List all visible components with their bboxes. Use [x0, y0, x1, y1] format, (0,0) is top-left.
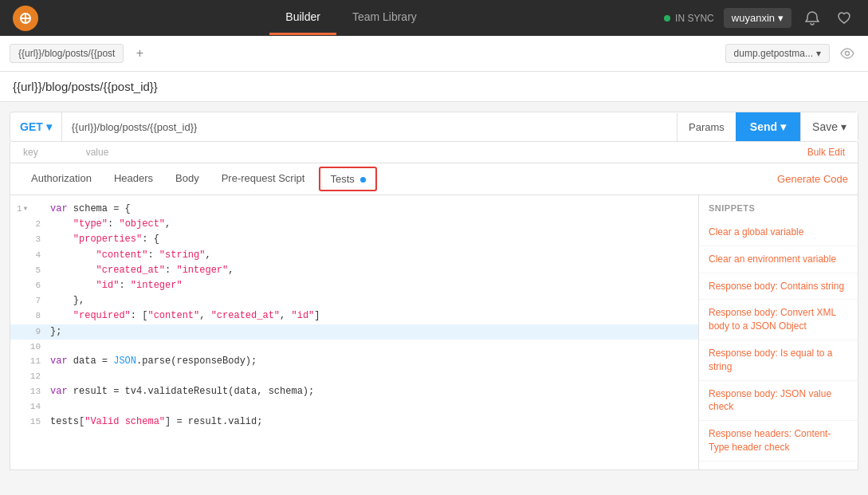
code-line: 7 },: [10, 293, 698, 308]
code-line: 12: [10, 369, 698, 384]
code-line: 2 "type": "object",: [10, 217, 698, 232]
chevron-down-icon: ▾: [778, 12, 784, 24]
env-label: dump.getpostma...: [734, 48, 813, 59]
line-number: 5: [17, 263, 41, 278]
send-chevron-icon: ▾: [780, 120, 786, 133]
top-nav: Builder Team Library IN SYNC wuyanxin ▾: [0, 0, 868, 36]
code-line: 5 "created_at": "integer",: [10, 263, 698, 278]
line-content: "content": "string",: [50, 248, 692, 263]
request-bar: GET ▾ Params Send ▾ Save ▾: [10, 112, 858, 142]
code-line: 8 "required": ["content", "created_at", …: [10, 308, 698, 324]
sync-status: IN SYNC: [675, 13, 714, 24]
request-name: {{url}}/blog/posts/{{post_id}}: [13, 80, 855, 93]
line-number: 9: [17, 324, 41, 340]
main-content: GET ▾ Params Send ▾ Save ▾ key value Bul…: [0, 102, 868, 480]
app-icon-button[interactable]: [13, 6, 38, 31]
right-url-controls: dump.getpostma... ▾: [725, 42, 858, 65]
tab-team-library[interactable]: Team Library: [336, 1, 433, 35]
tab-body[interactable]: Body: [164, 164, 210, 194]
params-button[interactable]: Params: [677, 113, 736, 141]
snippets-title: SNIPPETS: [699, 203, 858, 219]
tab-tests-label: Tests: [330, 173, 354, 185]
chevron-down-icon: ▾: [816, 48, 821, 59]
bell-icon-button[interactable]: [801, 7, 823, 29]
code-line: 9 };: [10, 324, 698, 340]
code-line: 11 var data = JSON.parse(responseBody);: [10, 354, 698, 369]
tab-authorization-label: Authorization: [31, 172, 92, 184]
line-content: tests["Valid schema"] = result.valid;: [50, 414, 692, 430]
tab-body-label: Body: [175, 172, 199, 184]
snippet-item[interactable]: Response body: Contains string: [699, 273, 858, 301]
line-content: "id": "integer": [50, 278, 692, 293]
code-line: 4 "content": "string",: [10, 248, 698, 263]
line-content: },: [50, 293, 692, 308]
line-content: "required": ["content", "created_at", "i…: [50, 308, 692, 324]
user-menu-button[interactable]: wuyanxin ▾: [724, 8, 791, 28]
line-number: 1 ▼: [17, 202, 41, 217]
line-content: "created_at": "integer",: [50, 263, 692, 278]
tab-builder[interactable]: Builder: [269, 1, 336, 35]
sync-badge: IN SYNC: [664, 13, 714, 24]
snippet-item[interactable]: Response headers: Content-Type header ch…: [699, 421, 858, 462]
snippet-item[interactable]: Response body: Convert XML body to a JSO…: [699, 300, 858, 340]
url-tab[interactable]: {{url}}/blog/posts/{{post: [10, 44, 124, 63]
line-number: 8: [17, 308, 41, 324]
line-content: "properties": {: [50, 232, 692, 247]
snippet-item[interactable]: Clear a global variable: [699, 219, 858, 246]
tab-pre-request-script[interactable]: Pre-request Script: [210, 164, 316, 194]
chevron-down-icon: ▾: [46, 120, 52, 133]
code-line: 3 "properties": {: [10, 232, 698, 247]
key-label: key: [23, 147, 38, 158]
code-line: 14: [10, 399, 698, 414]
add-tab-button[interactable]: +: [130, 44, 149, 63]
line-number: 2: [17, 217, 41, 232]
line-content: var result = tv4.validateResult(data, sc…: [50, 384, 692, 399]
code-line: 10: [10, 340, 698, 355]
tabs-row: Authorization Headers Body Pre-request S…: [10, 163, 858, 195]
tab-headers[interactable]: Headers: [103, 164, 164, 194]
nav-right: IN SYNC wuyanxin ▾: [664, 7, 855, 29]
line-content: var schema = {: [50, 202, 692, 217]
nav-tabs: Builder Team Library: [269, 1, 433, 35]
line-number: 12: [17, 369, 41, 384]
bulk-edit-link[interactable]: Bulk Edit: [807, 147, 845, 158]
username-label: wuyanxin: [732, 12, 775, 24]
line-content: var data = JSON.parse(responseBody);: [50, 354, 692, 369]
url-input[interactable]: [62, 113, 677, 141]
line-number: 3: [17, 232, 41, 247]
eye-icon-button[interactable]: [836, 42, 858, 65]
method-label: GET: [20, 120, 43, 133]
send-button[interactable]: Send ▾: [736, 112, 800, 141]
line-number: 6: [17, 278, 41, 293]
save-chevron-icon: ▾: [841, 120, 846, 133]
save-label: Save: [812, 120, 838, 133]
heart-icon-button[interactable]: [833, 7, 855, 29]
line-number: 13: [17, 384, 41, 399]
snippet-item[interactable]: Response body: Is equal to a string: [699, 340, 858, 381]
nav-left: [13, 6, 38, 31]
tab-tests[interactable]: Tests: [319, 167, 377, 191]
code-line: 6 "id": "integer": [10, 278, 698, 293]
method-select[interactable]: GET ▾: [10, 112, 62, 141]
line-number: 15: [17, 414, 41, 430]
generate-code-link[interactable]: Generate Code: [777, 173, 848, 185]
save-button[interactable]: Save ▾: [800, 112, 858, 141]
collapse-arrow-icon: ▼: [24, 204, 28, 214]
value-label: value: [86, 147, 109, 158]
line-number: 11: [17, 354, 41, 369]
snippet-item[interactable]: Response body: JSON value check: [699, 381, 858, 422]
code-editor[interactable]: 1 ▼ var schema = { 2 "type": "object", 3…: [10, 195, 698, 469]
params-row: key value Bulk Edit: [10, 142, 858, 163]
url-bar-row: {{url}}/blog/posts/{{post + dump.getpost…: [0, 36, 868, 72]
env-dropdown[interactable]: dump.getpostma... ▾: [725, 44, 830, 63]
line-number: 7: [17, 293, 41, 308]
line-number: 10: [17, 340, 41, 355]
sync-dot: [664, 15, 670, 22]
code-line: 13 var result = tv4.validateResult(data,…: [10, 384, 698, 399]
line-content: "type": "object",: [50, 217, 692, 232]
params-kv: key value: [23, 147, 807, 158]
tests-dot: [360, 177, 366, 183]
request-name-row: {{url}}/blog/posts/{{post_id}}: [0, 72, 868, 102]
snippet-item[interactable]: Clear an environment variable: [699, 246, 858, 273]
tab-authorization[interactable]: Authorization: [20, 164, 103, 194]
